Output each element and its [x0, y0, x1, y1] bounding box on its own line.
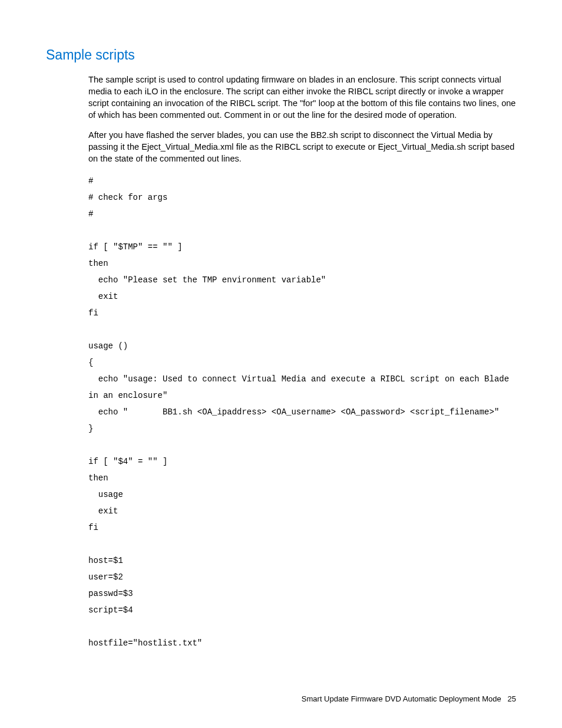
footer-title: Smart Update Firmware DVD Automatic Depl…	[302, 694, 501, 703]
document-page: Sample scripts The sample script is used…	[0, 0, 562, 728]
footer-page-number: 25	[508, 694, 516, 703]
paragraph-1: The sample script is used to control upd…	[88, 74, 516, 121]
section-heading: Sample scripts	[46, 47, 516, 63]
paragraph-2: After you have flashed the server blades…	[88, 129, 516, 164]
code-sample: # # check for args # if [ "$TMP" == "" ]…	[88, 173, 516, 651]
page-footer: Smart Update Firmware DVD Automatic Depl…	[302, 694, 516, 703]
